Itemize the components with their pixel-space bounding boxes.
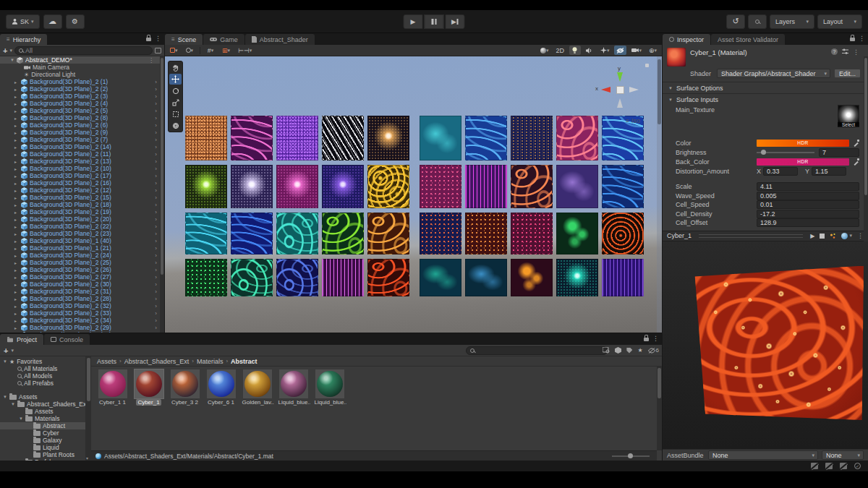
- gizmo-y-cone[interactable]: [617, 72, 623, 82]
- inspector-scrollbar[interactable]: [864, 56, 868, 248]
- tab-abstract-shader[interactable]: Abstract_Shader: [245, 34, 315, 45]
- prefab-open-chevron[interactable]: ›: [155, 144, 157, 150]
- texture-tile[interactable]: [185, 116, 227, 160]
- kebab-menu-icon[interactable]: ⋮: [155, 35, 161, 42]
- property-value-field[interactable]: 0.01: [757, 200, 859, 209]
- hierarchy-item-prefab[interactable]: ▸Background(3D Plane)_1 (40)›: [0, 237, 160, 244]
- tab-console[interactable]: Console: [44, 334, 90, 345]
- prefab-open-chevron[interactable]: ›: [155, 252, 157, 259]
- hierarchy-item-prefab[interactable]: ▸Background(3D Plane)_1 (21)›: [0, 244, 160, 252]
- hierarchy-item-prefab[interactable]: ▸Background(3D Plane)_2 (18)›: [0, 201, 160, 208]
- scene-visibility-toggle[interactable]: [614, 46, 626, 55]
- search-by-package-icon[interactable]: [615, 347, 621, 354]
- preview-stop-icon[interactable]: [820, 234, 825, 239]
- hierarchy-item-prefab[interactable]: ▸Background(3D Plane)_2 (14)›: [0, 143, 160, 150]
- texture-tile[interactable]: [322, 165, 364, 208]
- prefab-open-chevron[interactable]: ›: [155, 166, 157, 172]
- texture-tile[interactable]: [465, 213, 507, 254]
- project-tree-item[interactable]: All Materials: [0, 365, 85, 372]
- search-by-label-icon[interactable]: [626, 348, 632, 354]
- kebab-menu-icon[interactable]: ⋮: [853, 48, 859, 56]
- hierarchy-item-prefab[interactable]: ▸Background(3D Plane)_2 (29)›: [0, 324, 160, 331]
- surface-inputs-foldout[interactable]: ▼Surface Inputs: [663, 93, 865, 105]
- prefab-open-chevron[interactable]: ›: [155, 194, 157, 201]
- hierarchy-item-prefab[interactable]: ▸Background(3D Plane)_2 (16)›: [0, 179, 160, 187]
- hierarchy-item-prefab[interactable]: ▸Background(3D Plane)_2 (17)›: [0, 172, 160, 179]
- hierarchy-item-prefab[interactable]: ▸Background(3D Plane)_2 (1)›: [0, 78, 160, 85]
- property-value-field[interactable]: 0.005: [757, 192, 859, 200]
- color-hdr-swatch[interactable]: HDR: [757, 140, 849, 147]
- favorites-star-icon[interactable]: ★: [637, 347, 642, 354]
- prefab-open-chevron[interactable]: ›: [155, 151, 157, 158]
- gizmo-z-cone[interactable]: [629, 87, 639, 93]
- prefab-open-chevron[interactable]: ›: [155, 267, 157, 273]
- chevron-down-icon[interactable]: ▾: [11, 348, 14, 354]
- asset-item[interactable]: Golden_lav...: [240, 369, 274, 406]
- hierarchy-item-prefab[interactable]: ▸Background(3D Plane)_2 (23)›: [0, 230, 160, 237]
- texture-select-label[interactable]: Select: [838, 122, 859, 127]
- asset-sphere-thumbnail[interactable]: [207, 369, 236, 398]
- undo-history-button[interactable]: ↺: [726, 14, 745, 29]
- grid-snap-dropdown[interactable]: #▾: [205, 46, 216, 55]
- asset-item[interactable]: Cyber_3 2: [168, 369, 202, 406]
- property-value-field[interactable]: -17.2: [757, 210, 859, 218]
- project-tree-item[interactable]: Plant Roots: [0, 451, 85, 458]
- lock-icon[interactable]: [146, 38, 151, 41]
- texture-tile[interactable]: [231, 259, 273, 296]
- account-button[interactable]: SK ▾: [6, 14, 40, 29]
- projection-label[interactable]: ≡Iso: [626, 117, 640, 124]
- hierarchy-item-prefab[interactable]: ▸Background(3D Plane)_2 (27)›: [0, 273, 160, 281]
- texture-tile[interactable]: [185, 213, 227, 254]
- project-tree-item[interactable]: Galaxy: [0, 437, 85, 444]
- project-tree-item[interactable]: Liquid: [0, 444, 85, 451]
- collab-disabled-icon[interactable]: [811, 463, 818, 469]
- help-icon[interactable]: ?: [831, 48, 838, 55]
- effects-dropdown[interactable]: ▾: [598, 46, 612, 55]
- prefab-open-chevron[interactable]: ›: [155, 310, 157, 317]
- transform-tool[interactable]: [169, 120, 182, 131]
- hierarchy-item-prefab[interactable]: ▸Background(3D Plane)_2 (3)›: [0, 93, 160, 100]
- lock-icon[interactable]: [644, 338, 649, 341]
- texture-tile[interactable]: [420, 165, 461, 208]
- property-value-field[interactable]: 4.11: [757, 182, 859, 191]
- thumbnail-zoom-slider[interactable]: [612, 453, 650, 460]
- texture-tile[interactable]: [465, 259, 507, 296]
- step-button[interactable]: ▶: [446, 14, 465, 29]
- asset-sphere-thumbnail[interactable]: [243, 369, 272, 398]
- camera-settings-dropdown[interactable]: ▾: [629, 46, 644, 55]
- texture-tile[interactable]: [556, 259, 598, 296]
- tab-asset-store-validator[interactable]: Asset Store Validator: [711, 34, 785, 45]
- project-tree-item[interactable]: Assets: [0, 408, 85, 415]
- preview-drag-handle[interactable]: [699, 234, 803, 238]
- asset-sphere-thumbnail[interactable]: [135, 369, 163, 398]
- cloud-button[interactable]: ☁: [43, 14, 62, 29]
- status-check-icon[interactable]: ✓: [854, 463, 861, 469]
- hierarchy-item-prefab[interactable]: ▸Background(3D Plane)_2 (31)›: [0, 288, 160, 295]
- prefab-open-chevron[interactable]: ›: [155, 325, 157, 331]
- services-button[interactable]: ⚙: [66, 14, 85, 29]
- hierarchy-item-prefab[interactable]: ▸Background(3D Plane)_2 (30)›: [0, 281, 160, 288]
- asset-item[interactable]: Cyber_1 1: [95, 369, 129, 406]
- create-asset-button[interactable]: +: [4, 347, 8, 354]
- move-tool[interactable]: [169, 74, 182, 85]
- search-picker-icon[interactable]: [155, 48, 161, 53]
- prefab-open-chevron[interactable]: ›: [155, 317, 157, 324]
- search-by-type-icon[interactable]: [603, 347, 610, 354]
- brightness-slider[interactable]: [757, 149, 814, 156]
- hierarchy-scene-row[interactable]: ▼Abstract_DEMO*⋮: [0, 56, 160, 64]
- back-color-hdr-swatch[interactable]: HDR: [757, 158, 849, 166]
- hierarchy-item-prefab[interactable]: ▸Background(3D Plane)_2 (13)›: [0, 158, 160, 165]
- preview-play-icon[interactable]: ▶: [810, 233, 814, 239]
- prefab-open-chevron[interactable]: ›: [155, 108, 157, 114]
- audio-toggle[interactable]: [584, 46, 595, 55]
- texture-tile[interactable]: [276, 116, 318, 160]
- project-content-scrollbar[interactable]: [657, 367, 662, 450]
- kebab-menu-icon[interactable]: ⋮: [859, 35, 865, 42]
- pause-button[interactable]: [425, 14, 444, 29]
- hierarchy-item-prefab[interactable]: ▸Background(3D Plane)_2 (22)›: [0, 223, 160, 230]
- add-object-button[interactable]: +: [3, 47, 7, 54]
- asset-sphere-thumbnail[interactable]: [315, 369, 344, 398]
- search-button[interactable]: [748, 14, 767, 29]
- prefab-open-chevron[interactable]: ›: [155, 281, 157, 288]
- scale-tool[interactable]: [169, 97, 182, 108]
